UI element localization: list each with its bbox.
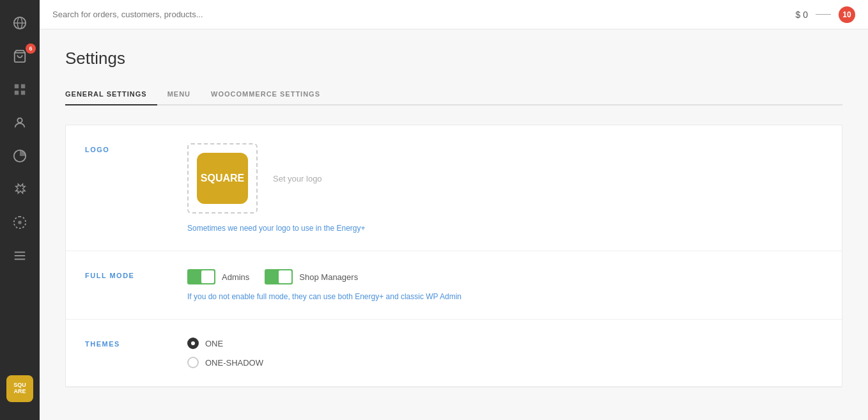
logo-text-line1: SQU [201,173,223,184]
main-content: $ 0 10 Settings GENERAL SETTINGS MENU WO… [40,0,868,420]
set-logo-text: Set your logo [273,174,322,183]
themes-label: THEMES [85,338,162,348]
full-mode-label: FULL MODE [85,269,162,279]
sidebar-item-menu[interactable] [0,239,40,272]
logo-hint-prefix: Sometimes we need your [187,224,276,233]
logo-placeholder[interactable]: SQU ARE [187,143,258,214]
theme-one-shadow-item[interactable]: ONE-SHADOW [187,357,823,368]
full-mode-content: Admins Shop Managers If you do not enabl… [187,269,823,301]
topbar-price: $ 0 [796,10,808,20]
sidebar-item-chart[interactable] [0,139,40,173]
theme-one-shadow-radio[interactable] [187,357,199,368]
themes-row: THEMES ONE ONE-SHADOW [66,320,842,387]
svg-rect-4 [15,84,19,88]
sidebar-item-grid[interactable] [0,73,40,106]
svg-point-10 [18,221,22,224]
svg-point-8 [17,118,22,123]
sidebar-item-user[interactable] [0,106,40,139]
svg-rect-5 [21,84,25,88]
sidebar-item-sync[interactable] [0,206,40,239]
admins-toggle[interactable] [187,269,215,284]
sidebar: 6 SQUARE [0,0,40,420]
sidebar-item-globe[interactable] [0,6,40,40]
tab-menu[interactable]: MENU [167,84,201,105]
logo-hint-suffix: to use in the Energy+ [290,224,365,233]
full-mode-hint-prefix: If you do not enable full mode, they can [187,292,323,301]
topbar: $ 0 10 [40,0,868,29]
logo-image: SQU ARE [197,153,248,204]
sidebar-logo[interactable]: SQUARE [6,375,33,402]
logo-hint-link[interactable]: logo [276,224,291,233]
shop-managers-toggle[interactable] [265,269,293,284]
topbar-notification-badge[interactable]: 10 [839,6,855,23]
themes-content: ONE ONE-SHADOW [187,338,823,368]
full-mode-row: FULL MODE Admins Sh [66,251,842,320]
themes-radio-group: ONE ONE-SHADOW [187,338,823,368]
shop-managers-toggle-item: Shop Managers [265,269,358,284]
tab-general-settings[interactable]: GENERAL SETTINGS [65,84,157,105]
tabs: GENERAL SETTINGS MENU WOOCOMMERCE SETTIN… [65,84,842,105]
sidebar-item-cart[interactable]: 6 [0,40,40,73]
logo-hint: Sometimes we need your logo to use in th… [187,224,823,233]
cart-badge: 6 [26,43,36,54]
svg-rect-7 [21,91,25,95]
full-mode-hint: If you do not enable full mode, they can… [187,292,823,301]
sidebar-item-plugin[interactable] [0,173,40,206]
logo-text-line2: ARE [222,173,244,184]
tab-woocommerce-settings[interactable]: WOOCOMMERCE SETTINGS [211,84,330,105]
toggle-group: Admins Shop Managers [187,269,823,284]
topbar-right: $ 0 10 [796,6,855,23]
shop-managers-label: Shop Managers [299,272,358,282]
page-title: Settings [65,49,842,68]
admins-toggle-knob [201,270,214,283]
logo-label: LOGO [85,143,162,153]
theme-one-radio[interactable] [187,338,199,349]
theme-one-label: ONE [205,339,223,348]
settings-section: LOGO SQU ARE Set your logo Sometimes we … [65,125,842,387]
shop-managers-toggle-knob [279,270,291,283]
admins-toggle-item: Admins [187,269,249,284]
logo-content: SQU ARE Set your logo Sometimes we need … [187,143,823,233]
admins-label: Admins [222,272,249,282]
logo-area: SQU ARE Set your logo [187,143,823,214]
theme-one-item[interactable]: ONE [187,338,823,349]
topbar-divider [816,14,831,15]
logo-row: LOGO SQU ARE Set your logo Sometimes we … [66,125,842,251]
theme-one-shadow-label: ONE-SHADOW [205,358,263,368]
search-input[interactable] [52,10,796,19]
content-area: Settings GENERAL SETTINGS MENU WOOCOMMER… [40,29,868,420]
svg-rect-6 [15,91,19,95]
full-mode-hint-link[interactable]: use both Energy+ and classic WP Admin [323,292,461,301]
